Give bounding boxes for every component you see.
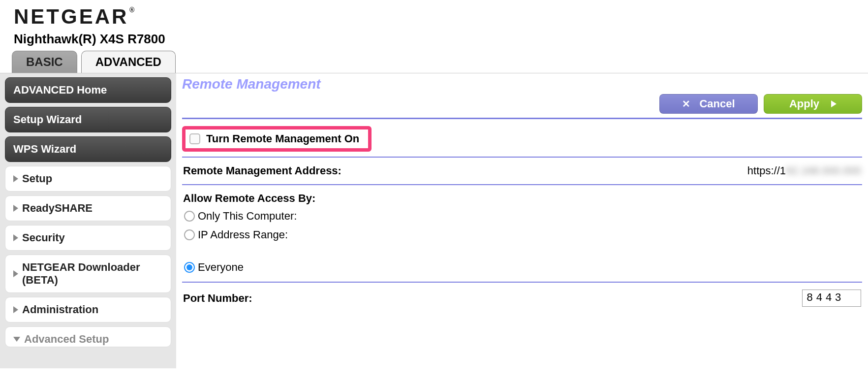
- address-value: https://192.168.000.000: [747, 164, 861, 177]
- sidebar-item-label: ReadySHARE: [22, 202, 93, 215]
- sidebar-item-administration[interactable]: Administration: [5, 297, 171, 323]
- port-label: Port Number:: [183, 292, 252, 305]
- sidebar-item-label: NETGEAR Downloader (BETA): [22, 261, 165, 287]
- model-name: Nighthawk(R) X4S R7800: [14, 32, 858, 47]
- radio-input[interactable]: [184, 229, 195, 240]
- tabs: BASIC ADVANCED: [0, 51, 868, 73]
- brand-logo: NETGEAR®: [14, 5, 128, 29]
- radio-input[interactable]: [184, 262, 195, 273]
- radio-input[interactable]: [184, 211, 195, 222]
- chevron-right-icon: [13, 270, 18, 277]
- sidebar-item-readyshare[interactable]: ReadySHARE: [5, 195, 171, 221]
- radio-ip-range[interactable]: IP Address Range:: [182, 226, 862, 244]
- chevron-right-icon: [13, 205, 18, 212]
- sidebar-item-advanced-setup[interactable]: Advanced Setup: [5, 326, 171, 347]
- sidebar-item-security[interactable]: Security: [5, 225, 171, 251]
- sidebar-wps-wizard[interactable]: WPS Wizard: [5, 136, 171, 162]
- sidebar-item-downloader[interactable]: NETGEAR Downloader (BETA): [5, 255, 171, 293]
- radio-label: IP Address Range:: [198, 228, 288, 241]
- cancel-button[interactable]: ✕ Cancel: [659, 94, 758, 114]
- chevron-down-icon: [13, 337, 20, 342]
- action-bar: ✕ Cancel Apply: [182, 94, 862, 114]
- sidebar-item-label: Setup: [22, 172, 52, 185]
- divider: [182, 282, 862, 283]
- divider: [182, 157, 862, 158]
- turn-on-label: Turn Remote Management On: [206, 132, 359, 145]
- chevron-right-icon: [13, 306, 18, 313]
- main-panel: Remote Management ✕ Cancel Apply Turn Re…: [176, 73, 868, 368]
- divider: [182, 184, 862, 185]
- tab-basic[interactable]: BASIC: [12, 51, 77, 73]
- chevron-right-icon: [13, 234, 18, 241]
- apply-label: Apply: [789, 97, 819, 110]
- address-label: Remote Management Address:: [183, 164, 341, 177]
- page-title: Remote Management: [182, 76, 862, 92]
- sidebar-item-setup[interactable]: Setup: [5, 166, 171, 192]
- radio-only-this[interactable]: Only This Computer:: [182, 207, 862, 226]
- port-row: Port Number:: [182, 288, 862, 309]
- sidebar-setup-wizard[interactable]: Setup Wizard: [5, 107, 171, 132]
- radio-label: Only This Computer:: [198, 210, 297, 223]
- port-input[interactable]: [802, 290, 861, 307]
- chevron-right-icon: [13, 175, 18, 182]
- close-icon: ✕: [682, 98, 690, 110]
- allow-label: Allow Remote Access By:: [182, 190, 862, 207]
- tab-advanced[interactable]: ADVANCED: [81, 51, 176, 73]
- sidebar-item-label: Security: [22, 231, 65, 244]
- sidebar-item-label: Administration: [22, 303, 98, 316]
- turn-on-highlight: Turn Remote Management On: [182, 126, 372, 152]
- sidebar-item-label: Advanced Setup: [24, 333, 109, 346]
- apply-button[interactable]: Apply: [764, 94, 862, 114]
- sidebar: ADVANCED Home Setup Wizard WPS Wizard Se…: [0, 73, 176, 368]
- radio-everyone[interactable]: Everyone: [182, 258, 862, 277]
- sidebar-advanced-home[interactable]: ADVANCED Home: [5, 77, 171, 103]
- divider: [182, 118, 862, 119]
- cancel-label: Cancel: [699, 97, 735, 110]
- play-icon: [831, 100, 837, 107]
- turn-on-checkbox[interactable]: [189, 133, 200, 144]
- address-row: Remote Management Address: https://192.1…: [182, 162, 862, 179]
- radio-label: Everyone: [198, 261, 244, 274]
